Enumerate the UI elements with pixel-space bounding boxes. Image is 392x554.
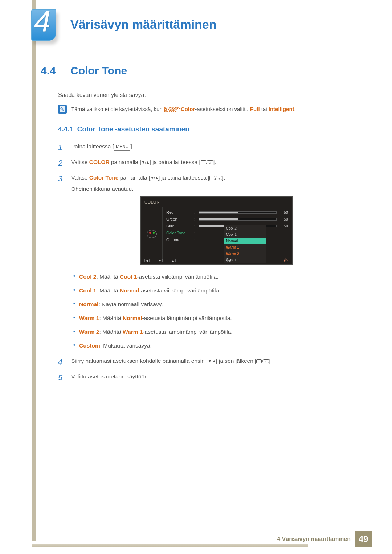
option-custom: Custom: Mukauta värisävyä. [71,341,356,350]
step-number: 3 [58,173,62,185]
osd-label: Gamma [166,237,190,243]
option-normal: Normal: Näytä normaali värisävy. [71,300,356,309]
note-magic-word: Color [181,106,195,112]
option-cool2: Cool 2: Määritä Cool 1-asetusta viileämp… [71,272,356,281]
osd-slider-red [199,211,277,214]
osd-body: Red:50 Green:50 Blue:50 Color Tone: [141,207,292,261]
osd-title: COLOR [141,197,292,207]
step-number: 2 [58,157,62,169]
step-1: 1 Paina laitteessa [MENU]. [58,142,356,151]
kw-color-tone: Color Tone [89,175,119,181]
return-icon [264,359,269,363]
footer-bar [32,544,308,547]
page-number: 49 [355,531,372,547]
steps-list: 1 Paina laitteessa [MENU]. 2 Valitse COL… [58,142,356,381]
osd-label: Blue [166,223,190,229]
osd-left-panel [141,207,163,261]
step-5: 5 Valittu asetus otetaan käyttöön. [58,372,356,381]
step-body: Valitse Color Tone painamalla [] ja pain… [71,175,356,193]
nav-up-icon [171,259,176,262]
chapter-number: 4 [34,4,50,38]
option-warm1: Warm 1: Määritä Normal-asetusta lämpimäm… [71,314,356,323]
menu-button-label: MENU [114,143,130,151]
color-tone-options: Cool 2: Määritä Cool 1-asetusta viileämp… [71,272,356,350]
step-body: Valitse COLOR painamalla [] ja paina lai… [71,159,216,165]
osd-value: 50 [280,216,288,222]
return-icon [208,160,213,164]
note-icon [58,105,67,114]
step-3-sub: Oheinen ikkuna avautuu. [71,185,356,193]
subsection-heading: 4.4.1 Color Tone -asetusten säätäminen [58,124,356,134]
note-or: tai [260,106,269,112]
note-kw-full: Full [250,106,260,112]
samsung-magic-logo: SAMSUNGMAGIC [164,106,181,112]
step-body: Valittu asetus otetaan käyttöön. [71,373,149,379]
step-body: Siirry haluamasi asetuksen kohdalle pain… [71,358,272,364]
osd-slider-green [199,218,277,221]
option-cool1: Cool 1: Määritä Normal-asetusta viileämp… [71,286,356,295]
note-text: Tämä valikko ei ole käytettävissä, kun S… [71,105,296,113]
side-band [32,0,36,541]
osd-label-active: Color Tone [166,230,190,236]
subsection-number: 4.4.1 [58,125,73,133]
chapter-title: Värisävyn määrittäminen [70,17,217,32]
osd-screenshot: COLOR Red:50 Green:50 [140,196,293,265]
step-number: 1 [58,141,62,154]
step-number: 5 [58,372,62,384]
nav-down-icon [158,259,163,262]
rect-icon [256,359,262,363]
osd-nav-bar [141,257,292,264]
rect-icon [201,160,206,164]
note-row: Tämä valikko ei ole käytettävissä, kun S… [58,105,356,114]
osd-value: 50 [280,223,288,229]
osd-option: Cool 2 [224,225,266,232]
section-intro: Säädä kuvan värien yleistä sävyä. [58,91,356,100]
up-down-icon [142,159,150,165]
return-icon [217,176,222,180]
osd-right-panel: Red:50 Green:50 Blue:50 Color Tone: [163,207,292,261]
option-warm2: Warm 2: Määritä Warm 1-asetusta lämpimäm… [71,328,356,336]
osd-option-selected: Normal [224,238,266,245]
nav-power-icon [283,259,288,262]
section-number: 4.4 [41,65,56,77]
subsection-title: Color Tone -asetusten säätäminen [77,125,189,133]
osd-option: Cool 1 [224,231,266,238]
osd-label: Red [166,209,190,216]
osd-option: Warm 2 [224,251,266,257]
nav-left-icon [144,259,150,262]
up-down-icon [208,358,216,364]
page: 4 Värisävyn määrittäminen 4.4 Color Tone… [0,0,392,554]
palette-icon [147,230,157,238]
footer: 4 Värisävyn määrittäminen 49 [277,531,372,547]
osd-label: Green [166,216,190,222]
up-down-icon [150,175,158,181]
step-2: 2 Valitse COLOR painamalla [] ja paina l… [58,158,356,167]
step-4: 4 Siirry haluamasi asetuksen kohdalle pa… [58,357,356,366]
osd-option: Warm 1 [224,244,266,251]
osd-row-red: Red:50 [166,209,288,216]
note-suffix: . [294,106,296,112]
osd-row-green: Green:50 [166,216,288,222]
note-kw-intelligent: Intelligent [269,106,294,112]
note-mid: -asetukseksi on valittu [195,106,250,112]
note-prefix: Tämä valikko ei ole käytettävissä, kun [71,106,164,112]
body: Säädä kuvan värien yleistä sävyä. Tämä v… [58,91,356,387]
osd-value: 50 [280,209,288,216]
step-body: Paina laitteessa [MENU]. [71,143,134,149]
step-3: 3 Valitse Color Tone painamalla [] ja pa… [58,173,356,350]
rect-icon [209,176,215,180]
step-number: 4 [58,356,62,368]
section-title: Color Tone [70,65,127,77]
nav-return-icon [227,259,232,262]
kw-color: COLOR [89,159,110,165]
footer-text: 4 Värisävyn määrittäminen [277,536,351,542]
